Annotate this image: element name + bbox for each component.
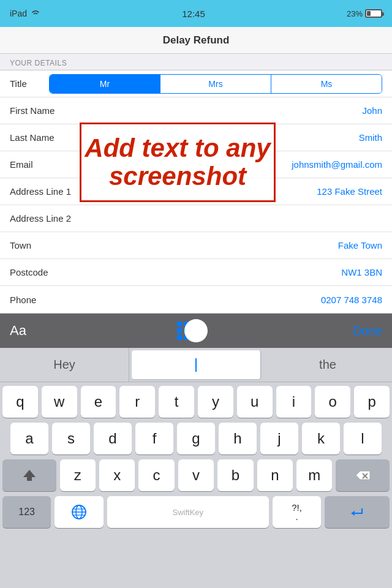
title-segmented[interactable]: Mr Mrs Ms [49, 74, 382, 94]
key-e[interactable]: e [81, 386, 116, 418]
address2-row: Address Line 2 [0, 205, 392, 232]
postcode-row: Postcode NW1 3BN [0, 259, 392, 286]
phone-label: Phone [10, 295, 83, 305]
punctuation-key[interactable]: ?!,. [273, 496, 321, 528]
battery-percent: 23% [347, 9, 363, 18]
first-name-label: First Name [10, 105, 83, 116]
seg-ms[interactable]: Ms [271, 75, 382, 93]
key-m[interactable]: m [296, 459, 332, 491]
key-row-2: a s d f g h j k l [2, 423, 390, 454]
address1-label: Address Line 1 [10, 186, 83, 197]
svg-marker-8 [351, 511, 355, 516]
status-time: 12:45 [182, 9, 205, 19]
key-w[interactable]: w [42, 386, 77, 418]
phone-value[interactable]: 0207 748 3748 [83, 295, 382, 305]
key-h[interactable]: h [219, 423, 257, 454]
text-cursor [195, 358, 197, 372]
overlay-text: Add text to any screenshot [85, 134, 270, 190]
key-v[interactable]: v [178, 459, 214, 491]
key-t[interactable]: t [159, 386, 194, 418]
pred-middle[interactable] [132, 350, 261, 379]
key-c[interactable]: c [138, 459, 174, 491]
globe-key[interactable] [55, 496, 103, 528]
title-row: Title Mr Mrs Ms [0, 70, 392, 97]
overlay-annotation: Add text to any screenshot [80, 123, 276, 202]
key-b[interactable]: b [217, 459, 253, 491]
return-key[interactable] [325, 496, 390, 528]
predictive-bar: Hey the [0, 348, 392, 382]
keyboard-toolbar: Aa Done [0, 314, 392, 348]
key-f[interactable]: f [135, 423, 173, 454]
shift-key[interactable] [2, 459, 56, 491]
numbers-key[interactable]: 123 [2, 496, 51, 528]
postcode-label: Postcode [10, 267, 83, 277]
phone-row: Phone 0207 748 3748 [0, 286, 392, 313]
nav-bar: Delay Refund [0, 27, 392, 54]
seg-mrs[interactable]: Mrs [160, 75, 271, 93]
wifi-icon [31, 9, 40, 18]
first-name-row: First Name John [0, 97, 392, 124]
font-size-button[interactable]: Aa [10, 323, 26, 339]
done-button[interactable]: Done [353, 324, 382, 338]
keyboard: q w e r t y u i o p a s d f g h j k l z … [0, 382, 392, 535]
key-n[interactable]: n [257, 459, 293, 491]
seg-mr[interactable]: Mr [50, 75, 160, 93]
status-left: iPad [10, 9, 40, 18]
toolbar-circle[interactable] [184, 319, 208, 342]
key-z[interactable]: z [60, 459, 96, 491]
status-right: 23% [347, 9, 382, 18]
key-i[interactable]: i [276, 386, 312, 418]
key-u[interactable]: u [237, 386, 273, 418]
device-label: iPad [10, 9, 27, 18]
key-l[interactable]: l [344, 423, 382, 454]
key-j[interactable]: j [260, 423, 298, 454]
address2-label: Address Line 2 [10, 213, 83, 224]
key-row-4: 123 SwiftKey ?!,. [2, 496, 390, 528]
town-label: Town [10, 240, 83, 251]
key-x[interactable]: x [99, 459, 135, 491]
town-value[interactable]: Fake Town [83, 240, 382, 251]
email-label: Email [10, 159, 83, 170]
key-d[interactable]: d [94, 423, 132, 454]
key-s[interactable]: s [52, 423, 90, 454]
last-name-label: Last Name [10, 132, 83, 143]
key-r[interactable]: r [119, 386, 155, 418]
key-p[interactable]: p [354, 386, 390, 418]
town-row: Town Fake Town [0, 232, 392, 259]
key-row-3: z x c v b n m [2, 459, 390, 491]
battery-icon [365, 9, 382, 18]
title-label: Title [10, 78, 47, 89]
pred-right[interactable]: the [263, 348, 392, 382]
key-g[interactable]: g [177, 423, 215, 454]
svg-marker-0 [23, 470, 36, 481]
key-y[interactable]: y [198, 386, 233, 418]
first-name-value[interactable]: John [83, 105, 382, 116]
delete-key[interactable] [336, 459, 390, 491]
section-header: YOUR DETAILS [0, 54, 392, 70]
key-a[interactable]: a [10, 423, 48, 454]
key-k[interactable]: k [302, 423, 340, 454]
pred-left[interactable]: Hey [0, 348, 129, 382]
status-bar: iPad 12:45 23% [0, 0, 392, 27]
nav-title: Delay Refund [163, 34, 230, 47]
postcode-value[interactable]: NW1 3BN [83, 267, 382, 277]
key-row-1: q w e r t y u i o p [2, 386, 390, 418]
key-o[interactable]: o [315, 386, 350, 418]
key-q[interactable]: q [2, 386, 38, 418]
space-key[interactable]: SwiftKey [107, 496, 269, 528]
